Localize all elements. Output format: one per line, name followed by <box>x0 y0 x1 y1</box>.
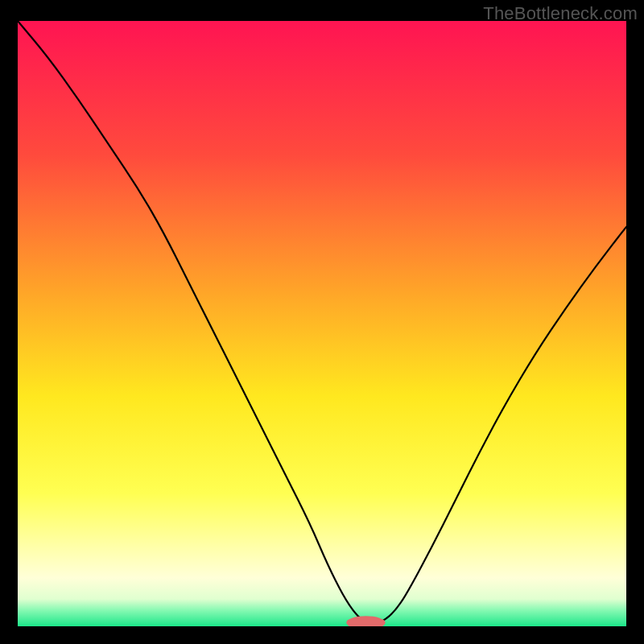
watermark-text: TheBottleneck.com <box>483 3 638 24</box>
gradient-background <box>18 21 626 626</box>
bottleneck-chart <box>18 21 626 626</box>
plot-area <box>18 21 626 626</box>
chart-frame: TheBottleneck.com <box>0 0 644 644</box>
